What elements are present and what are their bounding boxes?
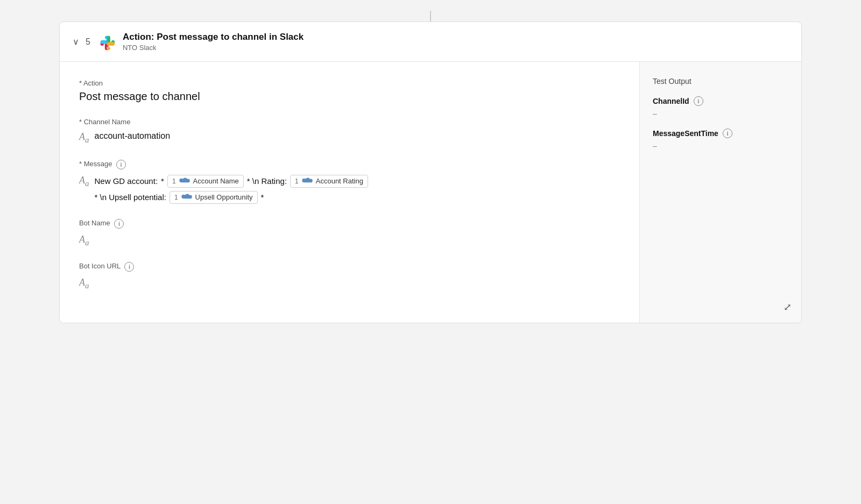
message-aa-icon: Aa [79,175,89,188]
bot-name-input-row: Aa [79,232,620,247]
token3-label: Upsell Opportunity [195,193,253,201]
expand-icon[interactable]: ⤢ [784,301,792,313]
salesforce-cloud-icon-2 [301,177,313,186]
channelid-label: ChannelId i [653,96,788,106]
card-header: ∨ 5 Action: Post message to channel in S… [60,22,801,62]
channelid-field: ChannelId i – [653,96,788,118]
message-middle-text: * \n Rating: [247,176,287,186]
test-output-panel: Test Output ChannelId i – MessageSentTim… [640,62,801,323]
channel-name-label: * Channel Name [79,118,620,126]
channel-name-field: * Channel Name Aa account-automation [79,118,620,145]
action-card: ∨ 5 Action: Post message to channel in S… [59,22,802,323]
channelid-info-icon[interactable]: i [694,96,703,106]
bot-name-label: Bot Name i [79,219,620,229]
token2-number: 1 [295,178,299,185]
card-body: * Action Post message to channel * Chann… [60,62,801,323]
step-number: 5 [86,37,90,47]
token3-number: 1 [174,194,178,201]
salesforce-cloud-icon-1 [179,177,190,186]
header-text: Action: Post message to channel in Slack… [123,32,304,52]
messagesenttime-label: MessageSentTime i [653,129,788,138]
action-type-value: Post message to channel [79,90,620,103]
bot-icon-url-label: Bot Icon URL i [79,262,620,272]
upsell-opportunity-token[interactable]: 1 Upsell Opportunity [170,191,258,204]
form-area: * Action Post message to channel * Chann… [60,62,640,323]
message-label: * Message i [79,160,620,169]
channel-name-value[interactable]: account-automation [95,131,171,141]
bot-icon-url-aa-icon: Aa [79,277,89,290]
message-field: * Message i Aa New GD account: * [79,160,620,204]
token1-number: 1 [172,178,176,185]
bot-icon-url-info-icon[interactable]: i [124,262,134,272]
message-row-1: New GD account: * 1 Account Name [95,175,368,188]
action-subtitle: NTO Slack [123,44,304,52]
channel-name-aa-icon: Aa [79,131,89,145]
messagesenttime-field: MessageSentTime i – [653,129,788,150]
test-output-title: Test Output [653,77,788,86]
bot-name-aa-icon: Aa [79,234,89,247]
account-name-token[interactable]: 1 Account Name [167,175,244,188]
message-info-icon[interactable]: i [116,160,126,169]
account-rating-token[interactable]: 1 Account Rating [290,175,368,188]
action-label: * Action [79,79,620,87]
action-type-field: * Action Post message to channel [79,79,620,103]
channel-name-input-row: Aa account-automation [79,129,620,145]
message-prefix-text: New GD account: [95,176,158,186]
token1-label: Account Name [193,177,239,185]
second-row-prefix: * \n Upsell potential: [95,193,166,202]
messagesenttime-info-icon[interactable]: i [723,129,732,138]
bot-icon-url-field: Bot Icon URL i Aa [79,262,620,290]
message-asterisk-1: * [161,176,164,186]
message-row-2: * \n Upsell potential: 1 Upsell Opportun… [95,191,368,204]
bot-name-field: Bot Name i Aa [79,219,620,247]
messagesenttime-value: – [653,141,788,150]
message-input-row: Aa New GD account: * 1 [79,173,620,204]
action-title: Action: Post message to channel in Slack [123,32,304,42]
collapse-chevron[interactable]: ∨ [73,37,79,47]
token2-label: Account Rating [316,177,363,185]
slack-logo-icon [97,32,116,52]
bot-name-info-icon[interactable]: i [114,219,124,229]
channelid-value: – [653,109,788,118]
bot-icon-url-input-row: Aa [79,275,620,290]
second-row-suffix: * [261,193,264,202]
salesforce-cloud-icon-3 [181,193,193,202]
